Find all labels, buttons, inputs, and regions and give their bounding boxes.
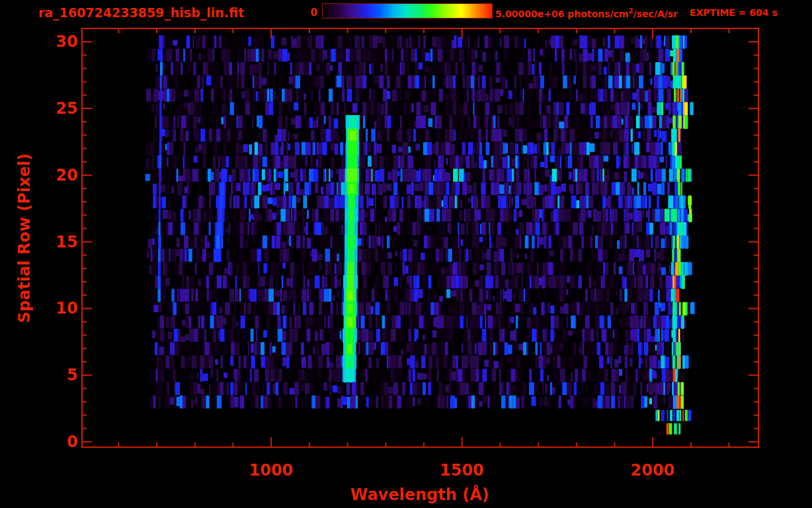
y-tick-label: 5 (21, 366, 78, 384)
x-tick-label: 2000 (631, 461, 675, 480)
x-tick-label: 1500 (440, 461, 484, 480)
plot-axes (0, 0, 812, 508)
y-axis-title: Spatial Row (Pixel) (15, 153, 34, 323)
plot-frame (82, 28, 758, 447)
y-tick-label: 25 (21, 99, 78, 118)
x-axis-title: Wavelength (Å) (350, 486, 489, 504)
x-tick-label: 1000 (249, 461, 294, 480)
y-tick-label: 30 (21, 32, 78, 51)
y-tick-label: 0 (21, 433, 78, 451)
